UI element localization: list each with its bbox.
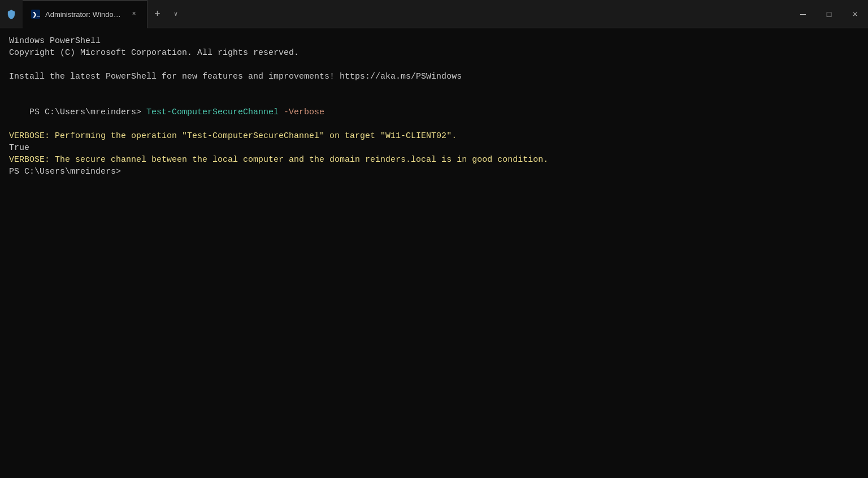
powershell-icon: ❯_ — [31, 9, 41, 19]
terminal-line-10: PS C:\Users\mreinders> — [9, 166, 859, 178]
title-bar-left: ❯_ Administrator: Windows Pow × + ∨ — [0, 0, 790, 28]
param-1: -Verbose — [279, 107, 324, 117]
close-button[interactable]: × — [842, 0, 868, 28]
tab-dropdown-button[interactable]: ∨ — [167, 0, 184, 28]
maximize-button[interactable]: □ — [816, 0, 842, 28]
window-controls: ─ □ × — [790, 0, 868, 28]
terminal-body[interactable]: Windows PowerShell Copyright (C) Microso… — [0, 28, 868, 478]
terminal-line-9: VERBOSE: The secure channel between the … — [9, 154, 859, 166]
blank-line-1 — [9, 59, 859, 71]
terminal-line-2: Copyright (C) Microsoft Corporation. All… — [9, 47, 859, 59]
terminal-line-8: True — [9, 142, 859, 154]
minimize-button[interactable]: ─ — [790, 0, 816, 28]
terminal-line-1: Windows PowerShell — [9, 35, 859, 47]
tab-close-button[interactable]: × — [129, 9, 139, 19]
command-1: Test-ComputerSecureChannel — [146, 107, 279, 117]
prompt-1: PS C:\Users\mreinders> — [29, 107, 146, 117]
shield-icon — [0, 0, 23, 28]
new-tab-button[interactable]: + — [147, 0, 167, 28]
active-tab[interactable]: ❯_ Administrator: Windows Pow × — [23, 0, 147, 28]
tab-title: Administrator: Windows Pow — [45, 10, 124, 19]
svg-text:❯_: ❯_ — [32, 12, 40, 18]
title-bar: ❯_ Administrator: Windows Pow × + ∨ ─ □ … — [0, 0, 868, 28]
terminal-line-7: VERBOSE: Performing the operation "Test-… — [9, 130, 859, 142]
terminal-line-6: PS C:\Users\mreinders> Test-ComputerSecu… — [9, 94, 859, 130]
blank-line-2 — [9, 83, 859, 94]
terminal-line-4: Install the latest PowerShell for new fe… — [9, 71, 859, 83]
